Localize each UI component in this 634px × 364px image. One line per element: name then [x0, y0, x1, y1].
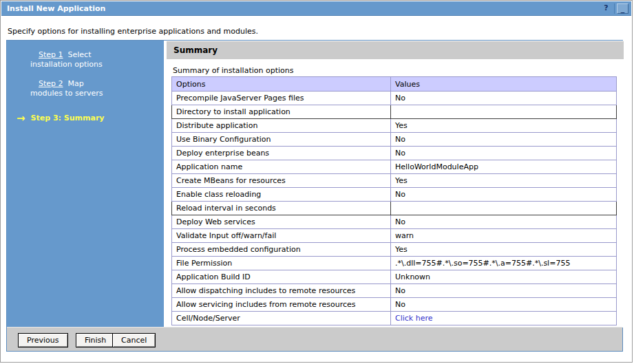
sidebar-item-step3-current: → Step 3: Summary [7, 114, 164, 122]
step1-rest: Select [68, 50, 92, 59]
current-step-arrow-icon: → [17, 114, 25, 122]
value-cell [391, 105, 617, 119]
values-column-header: Values [391, 77, 617, 92]
options-column-header: Options [172, 77, 391, 92]
option-cell: Create MBeans for resources [172, 174, 391, 188]
option-cell: Distribute application [172, 119, 391, 133]
option-cell: Allow servicing includes from remote res… [172, 298, 391, 312]
value-cell: Yes [391, 119, 617, 133]
table-row: Reload interval in seconds [172, 202, 617, 215]
table-row: Application Build IDUnknown [172, 270, 617, 284]
summary-content: Summary Summary of installation options … [166, 41, 624, 328]
sidebar-item-step1: Step 1 Select installation options [7, 50, 164, 69]
table-row: Directory to install application [172, 105, 617, 119]
step1-link[interactable]: Step 1 [39, 50, 63, 59]
value-cell: No [391, 92, 617, 105]
value-cell: No [391, 284, 617, 298]
table-row: Application nameHelloWorldModuleApp [172, 160, 617, 174]
value-cell: Yes [391, 243, 617, 257]
step2-link[interactable]: Step 2 [39, 79, 63, 88]
value-cell: No [391, 215, 617, 229]
option-cell: Precompile JavaServer Pages files [172, 92, 391, 105]
table-row: Enable class reloadingNo [172, 188, 617, 202]
table-row: Use Binary ConfigurationNo [172, 133, 617, 147]
option-cell: Enable class reloading [172, 188, 391, 202]
install-new-application-window: Install New Application ? _ Specify opti… [0, 0, 633, 363]
table-row: Deploy Web servicesNo [172, 215, 617, 229]
step2-line2: modules to servers [7, 89, 164, 98]
minimize-icon[interactable]: _ [617, 3, 628, 14]
option-cell: Validate Input off/warn/fail [172, 229, 391, 243]
option-cell: File Permission [172, 257, 391, 270]
wizard-button-bar: Previous Finish Cancel [7, 327, 622, 351]
option-cell: Reload interval in seconds [172, 202, 391, 215]
value-cell: Unknown [391, 270, 617, 284]
option-cell: Allow dispatching includes to remote res… [172, 284, 391, 298]
option-cell: Application name [172, 160, 391, 174]
value-cell [391, 202, 617, 215]
table-header-row: Options Values [172, 77, 617, 92]
step1-line1: Step 1 Select [7, 50, 164, 60]
table-row: Process embedded configurationYes [172, 243, 617, 257]
help-icon[interactable]: ? [600, 3, 612, 14]
step3-label: Step 3: Summary [31, 114, 105, 122]
table-row: Cell/Node/ServerClick here [172, 312, 617, 325]
summary-table: Options Values Precompile JavaServer Pag… [171, 76, 617, 325]
page-instruction: Specify options for installing enterpris… [8, 27, 258, 36]
table-row: Deploy enterprise beansNo [172, 147, 617, 160]
titlebar-divider [614, 3, 615, 14]
value-cell: No [391, 133, 617, 147]
cell-node-server-link[interactable]: Click here [395, 314, 433, 323]
table-row: Precompile JavaServer Pages filesNo [172, 92, 617, 105]
option-cell: Directory to install application [172, 105, 391, 119]
step1-line2: installation options [7, 60, 164, 69]
option-cell: Application Build ID [172, 270, 391, 284]
value-cell: Yes [391, 174, 617, 188]
option-cell: Use Binary Configuration [172, 133, 391, 147]
table-row: Distribute applicationYes [172, 119, 617, 133]
table-row: File Permission.*\.dll=755#.*\.so=755#.*… [172, 257, 617, 270]
sidebar-item-step2: Step 2 Map modules to servers [7, 79, 164, 98]
title-bar: Install New Application ? _ [1, 1, 631, 16]
value-cell: No [391, 188, 617, 202]
wizard-panel: Step 1 Select installation options Step … [6, 40, 623, 352]
step2-line1: Step 2 Map [7, 79, 164, 89]
step2-rest: Map [68, 79, 84, 88]
cancel-button[interactable]: Cancel [112, 333, 156, 347]
table-row: Validate Input off/warn/failwarn [172, 229, 617, 243]
window-title: Install New Application [7, 4, 105, 13]
value-cell: No [391, 147, 617, 160]
value-cell: .*\.dll=755#.*\.so=755#.*\.a=755#.*\.sl=… [391, 257, 617, 270]
table-row: Allow dispatching includes to remote res… [172, 284, 617, 298]
value-cell: warn [391, 229, 617, 243]
option-cell: Process embedded configuration [172, 243, 391, 257]
steps-sidebar: Step 1 Select installation options Step … [7, 41, 164, 328]
value-cell: HelloWorldModuleApp [391, 160, 617, 174]
table-row: Create MBeans for resourcesYes [172, 174, 617, 188]
previous-button[interactable]: Previous [18, 333, 68, 347]
option-cell: Cell/Node/Server [172, 312, 391, 325]
section-title: Summary [173, 45, 218, 55]
option-cell: Deploy enterprise beans [172, 147, 391, 160]
table-caption: Summary of installation options [173, 66, 294, 75]
option-cell: Deploy Web services [172, 215, 391, 229]
value-cell: Click here [391, 312, 617, 325]
finish-button[interactable]: Finish [76, 333, 115, 347]
section-header-bar: Summary [167, 41, 624, 59]
titlebar-controls: ? _ [600, 3, 628, 14]
value-cell: No [391, 298, 617, 312]
table-row: Allow servicing includes from remote res… [172, 298, 617, 312]
